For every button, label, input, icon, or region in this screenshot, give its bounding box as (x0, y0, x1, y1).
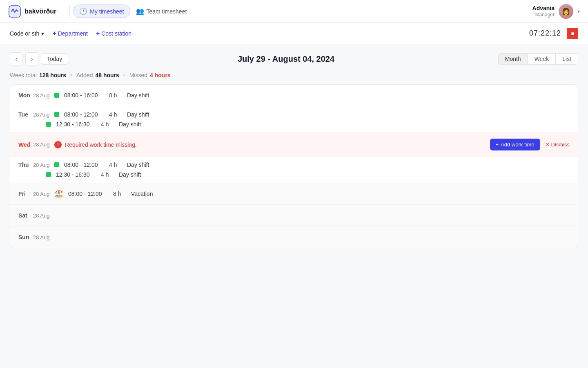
thu-header: Thu 28 Aug 08:00 - 12:00 4 h Day shift (10, 157, 578, 170)
thu-label: Thu (18, 162, 33, 168)
toolbar: Code or sth ▾ + Department + Cost statio… (0, 23, 588, 44)
add-work-time-btn[interactable]: + Add work time (490, 139, 540, 150)
mon-label: Mon (18, 92, 33, 99)
thu-entry2: 12:30 - 16:30 4 h Day shift (10, 170, 578, 183)
toolbar-right: 07:22:12 ■ (529, 28, 578, 39)
add-department-btn[interactable]: + Department (52, 30, 88, 37)
thu-shift1: Day shift (127, 162, 149, 168)
add-work-label: Add work time (501, 141, 534, 148)
mon-hours: 8 h (109, 92, 127, 99)
shift-green-icon (46, 172, 51, 177)
vacation-icon: 🏖️ (54, 189, 63, 198)
tue-time1: 08:00 - 12:00 (64, 111, 109, 118)
list-view-btn[interactable]: List (556, 54, 578, 64)
main-content: ‹ › Today July 29 - August 04, 2024 Mont… (0, 44, 588, 368)
mon-shift-name: Day shift (127, 92, 149, 99)
missed-value: 4 hours (150, 72, 171, 79)
dismiss-btn[interactable]: ✕ Dismiss (545, 141, 570, 148)
wed-label: Wed (18, 141, 33, 148)
sun-row: Sun 28 Aug (10, 227, 578, 248)
my-timesheet-btn[interactable]: 🕐 My timesheet (73, 4, 130, 18)
today-btn[interactable]: Today (41, 53, 68, 65)
added-label: Added (76, 72, 93, 79)
thu-hours2: 4 h (101, 171, 119, 178)
week-total-value: 128 hours (39, 72, 66, 79)
week-total-label: Week total (10, 72, 37, 79)
shift-green-icon (54, 93, 59, 98)
logo-area: bakvörður (8, 5, 56, 18)
shift-green-icon (54, 112, 59, 117)
mon-date: 28 Aug (33, 92, 54, 99)
sep2: • (123, 72, 125, 79)
week-title: July 29 - August 04, 2024 (74, 54, 498, 64)
fri-date: 28 Aug (33, 191, 54, 197)
sun-label: Sun (18, 234, 33, 240)
warning-text: Required work time missing. (65, 141, 137, 148)
chevron-left-icon: ‹ (16, 56, 18, 62)
sat-row: Sat 28 Aug (10, 205, 578, 226)
dismiss-label: Dismiss (551, 141, 570, 148)
sun-date: 28 Aug (33, 234, 54, 240)
thu-time2: 12:30 - 16:30 (56, 171, 101, 178)
sat-label: Sat (18, 212, 33, 219)
avatar[interactable]: 👩 (559, 4, 573, 19)
sat-date: 28 Aug (33, 213, 54, 219)
mon-row: Mon 28 Aug 08:00 - 16:00 8 h Day shift (10, 85, 578, 106)
tue-shift1: Day shift (127, 111, 149, 118)
error-icon: ! (54, 141, 62, 148)
logo-icon (8, 5, 21, 18)
thu-time1: 08:00 - 12:00 (64, 162, 109, 168)
chevron-right-icon: › (31, 56, 33, 62)
wed-row: Wed 28 Aug ! Required work time missing.… (10, 133, 578, 156)
fri-label: Fri (18, 191, 33, 197)
month-view-btn[interactable]: Month (499, 54, 528, 64)
add-cost-station-btn[interactable]: + Cost station (96, 30, 131, 37)
chevron-down-icon[interactable]: ▾ (577, 9, 580, 14)
top-nav: bakvörður 🕐 My timesheet 👥 Team timeshee… (0, 0, 588, 23)
tue-shift2: Day shift (119, 121, 141, 128)
shift-green-icon (46, 122, 51, 127)
week-view-btn[interactable]: Week (528, 54, 556, 64)
tue-hours2: 4 h (101, 121, 119, 128)
tue-header: Tue 28 Aug 08:00 - 12:00 4 h Day shift (10, 106, 578, 119)
people-icon: 👥 (136, 7, 144, 15)
table-row: Fri 28 Aug 🏖️ 08:00 - 12:00 8 h Vacation (10, 183, 578, 205)
time-display: 07:22:12 (529, 29, 561, 38)
table-row: Tue 28 Aug 08:00 - 12:00 4 h Day shift 1… (10, 106, 578, 133)
fri-hours: 8 h (113, 191, 131, 197)
fri-shift-name: Vacation (131, 191, 153, 197)
plus-icon: + (52, 30, 56, 37)
stop-timer-btn[interactable]: ■ (567, 28, 578, 39)
table-row: Thu 28 Aug 08:00 - 12:00 4 h Day shift 1… (10, 157, 578, 183)
mon-time: 08:00 - 16:00 (64, 92, 109, 99)
nav-separator (69, 6, 70, 17)
table-row: Sat 28 Aug (10, 205, 578, 227)
thu-hours1: 4 h (109, 162, 127, 168)
added-value: 48 hours (95, 72, 119, 79)
plus-icon-2: + (96, 30, 100, 37)
calendar-header: ‹ › Today July 29 - August 04, 2024 Mont… (10, 52, 578, 65)
chevron-down-icon: ▾ (41, 30, 44, 37)
prev-week-btn[interactable]: ‹ (10, 52, 23, 65)
shift-green-icon (54, 162, 59, 167)
table-row: Sun 28 Aug (10, 227, 578, 248)
warning-message: ! Required work time missing. (54, 141, 490, 148)
code-filter-btn[interactable]: Code or sth ▾ (10, 30, 44, 37)
tue-date: 28 Aug (33, 112, 54, 118)
team-timesheet-btn[interactable]: 👥 Team timesheet (130, 5, 193, 18)
table-row: Wed 28 Aug ! Required work time missing.… (10, 133, 578, 157)
tue-label: Tue (18, 111, 33, 118)
logo-text: bakvörður (24, 8, 56, 15)
table-row: Mon 28 Aug 08:00 - 16:00 8 h Day shift (10, 85, 578, 106)
missed-label: Missed (129, 72, 147, 79)
x-icon: ✕ (545, 141, 550, 148)
tue-hours1: 4 h (109, 111, 127, 118)
view-buttons: Month Week List (498, 53, 578, 65)
tue-entry2: 12:30 - 16:30 4 h Day shift (10, 119, 578, 132)
user-area: Advania Manager 👩 ▾ (532, 4, 580, 19)
wed-date: 28 Aug (33, 141, 54, 148)
next-week-btn[interactable]: › (25, 52, 38, 65)
stop-icon: ■ (571, 31, 574, 36)
thu-date: 28 Aug (33, 162, 54, 168)
user-role: Manager (532, 12, 555, 18)
